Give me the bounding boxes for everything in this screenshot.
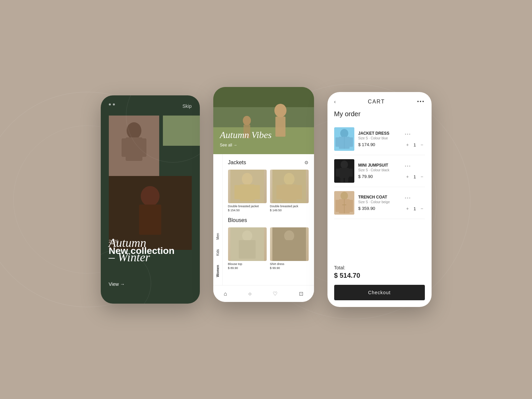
svg-point-12 [141, 186, 160, 206]
cart-item-jacket-dress-controls: + 1 − [405, 142, 425, 148]
cart-header: ‹ CART ••• [334, 99, 425, 105]
blouses-header: Blouses [228, 217, 309, 223]
svg-point-38 [340, 129, 348, 138]
svg-rect-8 [122, 138, 127, 157]
product-jacket-2[interactable]: Double breasted jack $ 149.50 [270, 170, 309, 212]
svg-rect-25 [254, 185, 260, 199]
product-blouse-1-name: Blouse top [228, 262, 267, 266]
product-blouse-2-price: $ 99.90 [270, 266, 309, 270]
nav-heart-icon[interactable]: ♡ [273, 291, 277, 297]
intro-image-2 [163, 116, 200, 146]
svg-point-19 [243, 116, 251, 125]
product-jacket-2-img [270, 170, 309, 203]
svg-point-6 [127, 122, 141, 139]
nav-search-icon[interactable]: ○ [248, 291, 252, 297]
product-jacket-2-name: Double breasted jack [270, 205, 309, 208]
season-title: Autumn– Winter [109, 236, 192, 265]
svg-rect-7 [126, 137, 142, 161]
svg-rect-28 [282, 184, 297, 201]
svg-point-27 [284, 173, 295, 185]
cart-item-trench-coat-name: TRENCH COAT [358, 195, 401, 200]
product-jacket-1[interactable]: Double breasted jacket $ 154.50 [228, 170, 267, 212]
cart-item-trench-coat-variant: Size S · Colour beige [358, 200, 401, 204]
cart-item-mini-jumpsuit-more[interactable]: ••• [405, 164, 411, 169]
svg-point-35 [284, 230, 294, 241]
cart-item-trench-coat-info: TRENCH COAT Size S · Colour beige $ 359.… [358, 195, 401, 211]
svg-rect-13 [139, 205, 161, 235]
product-jacket-1-name: Double breasted jacket [228, 205, 267, 208]
product-blouse-1-img [228, 227, 267, 261]
svg-rect-23 [240, 184, 255, 201]
svg-rect-16 [213, 87, 314, 107]
side-nav-women[interactable]: Women [216, 264, 220, 278]
svg-rect-47 [349, 169, 353, 177]
dot-1 [109, 103, 111, 105]
cart-item-mini-jumpsuit-controls: + 1 − [405, 174, 425, 180]
svg-point-44 [341, 161, 348, 169]
cart-total-section: Total: $ 514.70 [334, 260, 425, 279]
skip-button[interactable]: Skip [182, 103, 191, 109]
dot-2 [113, 103, 115, 105]
cart-item-trench-coat-more[interactable]: ••• [405, 196, 411, 201]
hero-section: Autumn Vibes See all → [213, 87, 314, 154]
svg-rect-49 [345, 178, 348, 182]
product-blouse-2-img [270, 227, 309, 261]
checkout-button[interactable]: Checkout [334, 285, 425, 300]
phone-intro: Skip [101, 95, 200, 304]
svg-rect-36 [281, 240, 298, 259]
cart-item-trench-coat-img [334, 191, 354, 215]
cart-item-mini-jumpsuit-info: MINI JUMPSUIT Size S · Colour black $ 79… [358, 163, 401, 179]
cart-item-trench-coat-add[interactable]: + [405, 206, 410, 212]
svg-rect-10 [163, 116, 200, 146]
svg-rect-54 [349, 200, 353, 212]
phone-browse: Autumn Vibes See all → Men Kids Women Ja… [213, 87, 314, 302]
cart-item-trench-coat-qty: 1 [413, 206, 416, 211]
product-jacket-2-price: $ 149.50 [270, 209, 309, 212]
cart-item-trench-coat-price: $ 359.90 [358, 206, 401, 211]
side-nav-men[interactable]: Men [216, 232, 220, 241]
phone2-bottom-nav: ⌂ ○ ♡ ⊡ [213, 285, 314, 302]
view-button[interactable]: View → [109, 281, 125, 287]
cart-item-trench-coat-remove[interactable]: − [419, 206, 425, 212]
nav-bag-icon[interactable]: ⊡ [299, 291, 303, 297]
hero-link[interactable]: See all → [220, 143, 272, 147]
svg-point-22 [242, 173, 253, 185]
filter-icon[interactable]: ⚙ [304, 160, 309, 166]
cart-item-jacket-dress-remove[interactable]: − [419, 142, 425, 148]
svg-point-17 [274, 104, 286, 117]
product-blouse-1-price: $ 89.90 [228, 266, 267, 270]
blouses-title: Blouses [228, 217, 247, 223]
svg-point-51 [341, 192, 348, 200]
cart-item-jacket-dress-qty: 1 [413, 142, 416, 147]
total-amount: $ 514.70 [334, 272, 425, 279]
jackets-header: Jackets ⚙ [228, 160, 309, 166]
svg-point-32 [242, 230, 252, 241]
cart-item-mini-jumpsuit-add[interactable]: + [405, 174, 410, 180]
svg-rect-46 [336, 169, 340, 177]
cart-item-jacket-dress-add[interactable]: + [405, 142, 410, 148]
cart-item-jacket-dress-info: JACKET DRESS Size S · Colour blue $ 174.… [358, 131, 401, 147]
cart-item-jacket-dress-img [334, 127, 354, 151]
cart-more-button[interactable]: ••• [417, 99, 425, 105]
cart-item-jacket-dress-price: $ 174.90 [358, 142, 401, 147]
side-nav-kids[interactable]: Kids [216, 248, 220, 257]
jackets-title: Jackets [228, 160, 246, 166]
svg-rect-40 [336, 137, 340, 147]
product-jacket-1-img [228, 170, 267, 203]
svg-rect-45 [340, 168, 349, 178]
cart-item-mini-jumpsuit-remove[interactable]: − [419, 174, 425, 180]
product-blouse-2[interactable]: Shirt dress $ 99.90 [270, 227, 309, 270]
cart-item-jacket-dress-more[interactable]: ••• [405, 132, 411, 137]
svg-rect-29 [276, 185, 282, 199]
svg-rect-18 [275, 117, 285, 137]
browse-content: Men Kids Women Jackets ⚙ [213, 154, 314, 285]
product-blouse-1[interactable]: Blouse top $ 89.90 [228, 227, 267, 270]
cart-item-trench-coat: TRENCH COAT Size S · Colour beige $ 359.… [334, 187, 425, 219]
cart-back-button[interactable]: ‹ [334, 99, 336, 105]
svg-rect-24 [234, 185, 240, 199]
side-nav: Men Kids Women [213, 154, 223, 285]
cart-item-jacket-dress: JACKET DRESS Size S · Colour blue $ 174.… [334, 123, 425, 155]
nav-home-icon[interactable]: ⌂ [224, 291, 227, 297]
intro-image-1 [109, 116, 159, 176]
phone-cart: ‹ CART ••• My order [327, 92, 432, 307]
